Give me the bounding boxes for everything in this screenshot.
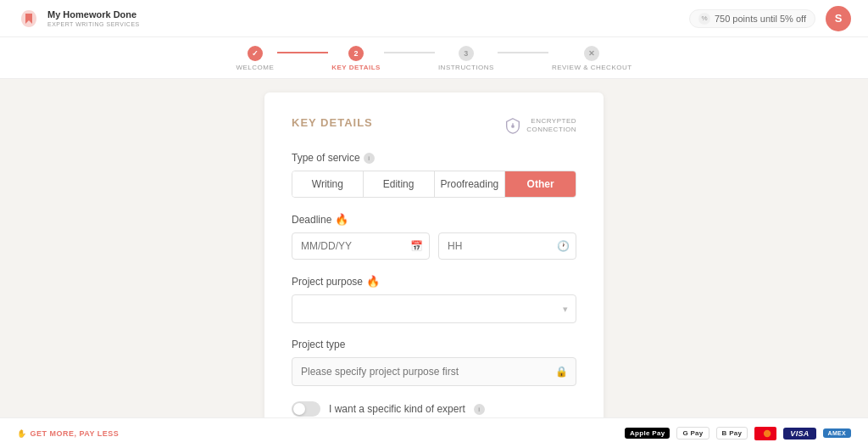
tab-proofreading[interactable]: Proofreading — [435, 171, 506, 197]
logo-text: My Homework Done Expert Writing Services — [47, 9, 140, 26]
deadline-group: Deadline 🔥 📅 🕐 — [292, 213, 576, 260]
project-type-label: Project type — [292, 339, 576, 350]
logo-icon — [17, 7, 41, 31]
step-instructions: 3 INSTRUCTIONS — [438, 46, 494, 71]
step-circle-2: 2 — [348, 46, 364, 61]
step-key-details: 2 KEY DETAILS — [331, 46, 381, 71]
deadline-row: 📅 🕐 — [292, 232, 576, 260]
google-pay-badge: G Pay — [676, 427, 709, 440]
tab-editing[interactable]: Editing — [364, 171, 435, 197]
project-type-group: Project type 🔒 — [292, 339, 576, 386]
logo-subtitle: Expert Writing Services — [47, 21, 140, 27]
service-tabs: Writing Editing Proofreading Other — [292, 171, 576, 198]
expert-toggle-label: I want a specific kind of expert — [329, 403, 465, 415]
step-connector-1 — [277, 52, 328, 53]
step-label-2: KEY DETAILS — [331, 64, 381, 71]
points-icon: % — [698, 13, 710, 25]
deadline-time-wrapper: 🕐 — [438, 232, 576, 260]
footer: ✋ GET MORE, PAY LESS Apple Pay G Pay B P… — [0, 417, 868, 448]
service-type-info-icon[interactable]: i — [364, 153, 375, 164]
step-circle-4: ✕ — [584, 46, 599, 61]
payment-methods: Apple Pay G Pay B Pay VISA AMEX — [625, 427, 851, 440]
steps-inner: ✓ WELCOME 2 KEY DETAILS 3 INSTRUCTIONS ✕… — [236, 46, 632, 71]
step-label-4: REVIEW & CHECKOUT — [552, 64, 632, 71]
clock-icon: 🕐 — [557, 240, 570, 252]
amex-badge: AMEX — [823, 428, 851, 438]
avatar[interactable]: S — [826, 6, 851, 31]
deadline-date-input[interactable] — [292, 232, 430, 260]
deadline-date-wrapper: 📅 — [292, 232, 430, 260]
logo-title: My Homework Done — [47, 9, 140, 20]
steps-bar: ✓ WELCOME 2 KEY DETAILS 3 INSTRUCTIONS ✕… — [0, 37, 868, 79]
fire-icon: 🔥 — [335, 213, 348, 226]
lock-icon: 🔒 — [555, 366, 568, 378]
encrypted-text: ENCRYPTEDCONNECTION — [526, 117, 576, 135]
header: My Homework Done Expert Writing Services… — [0, 0, 868, 37]
main-content: KEY DETAILS ENCRYPTEDCONNECTION Type of … — [0, 79, 868, 448]
expert-toggle-row: I want a specific kind of expert i — [292, 401, 576, 417]
step-connector-3 — [498, 52, 548, 53]
mastercard-badge — [754, 427, 776, 440]
deadline-label: Deadline 🔥 — [292, 213, 576, 226]
tab-writing[interactable]: Writing — [292, 171, 364, 197]
project-type-input — [292, 357, 576, 386]
step-review: ✕ REVIEW & CHECKOUT — [552, 46, 632, 71]
header-right: % 750 points until 5% off S — [689, 6, 851, 31]
step-circle-3: 3 — [459, 46, 474, 61]
points-badge: % 750 points until 5% off — [689, 9, 815, 28]
project-purpose-select[interactable] — [292, 294, 576, 323]
bpay-badge: B Pay — [716, 427, 748, 440]
deadline-time-input[interactable] — [438, 232, 576, 260]
shield-icon — [504, 116, 522, 135]
footer-promo: ✋ GET MORE, PAY LESS — [17, 429, 119, 438]
step-connector-2 — [384, 52, 435, 53]
project-type-wrapper: 🔒 — [292, 357, 576, 386]
fire-icon-2: 🔥 — [366, 275, 380, 288]
points-text: 750 points until 5% off — [715, 14, 806, 24]
project-purpose-group: Project purpose 🔥 ▾ — [292, 275, 576, 323]
form-card: KEY DETAILS ENCRYPTEDCONNECTION Type of … — [264, 92, 604, 440]
calendar-icon: 📅 — [410, 240, 423, 252]
visa-badge: VISA — [783, 428, 815, 440]
card-header: KEY DETAILS ENCRYPTEDCONNECTION — [292, 116, 576, 135]
step-welcome: ✓ WELCOME — [236, 46, 274, 71]
expert-info-icon[interactable]: i — [474, 404, 485, 415]
service-type-group: Type of service i Writing Editing Proofr… — [292, 152, 576, 198]
svg-point-3 — [764, 429, 771, 436]
project-purpose-label: Project purpose 🔥 — [292, 275, 576, 288]
tab-other[interactable]: Other — [505, 171, 576, 197]
logo: My Homework Done Expert Writing Services — [17, 7, 140, 31]
project-purpose-select-wrapper: ▾ — [292, 294, 576, 323]
card-title: KEY DETAILS — [292, 116, 373, 129]
step-label-1: WELCOME — [236, 64, 274, 71]
toggle-knob — [293, 403, 305, 415]
expert-toggle-switch[interactable] — [292, 401, 320, 417]
step-circle-1: ✓ — [248, 46, 263, 61]
svg-point-0 — [511, 125, 515, 128]
encrypted-badge: ENCRYPTEDCONNECTION — [504, 116, 576, 135]
service-type-label: Type of service i — [292, 152, 576, 164]
apple-pay-badge: Apple Pay — [625, 428, 670, 439]
hand-icon: ✋ — [17, 429, 27, 438]
step-label-3: INSTRUCTIONS — [438, 64, 494, 71]
